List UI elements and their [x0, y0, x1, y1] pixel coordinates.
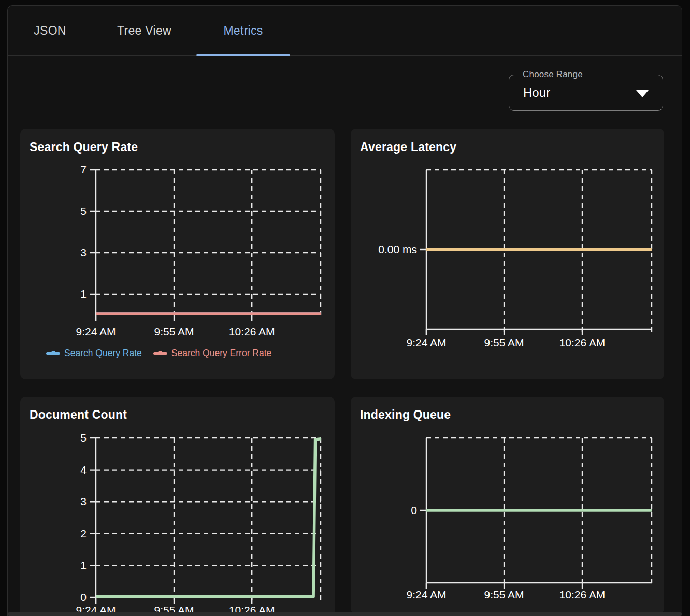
search-query-rate-chart: 9:24 AM9:55 AM10:26 AM7531 [20, 129, 335, 379]
svg-text:3: 3 [80, 246, 87, 258]
indexing-queue-chart: 9:24 AM9:55 AM10:26 AM0 [351, 397, 664, 614]
choose-range-label: Choose Range [519, 69, 587, 80]
legend-line-dot-icon [153, 352, 167, 355]
choose-range-value: Hour [523, 85, 550, 100]
average-latency-card: 9:24 AM9:55 AM10:26 AM0.00 ms Average La… [351, 129, 664, 379]
svg-text:1: 1 [80, 559, 87, 571]
tab-json[interactable]: JSON [8, 6, 92, 55]
svg-text:9:55 AM: 9:55 AM [154, 326, 194, 338]
document-count-card: 9:24 AM9:55 AM10:26 AM543210 Document Co… [20, 397, 335, 616]
svg-text:9:55 AM: 9:55 AM [484, 336, 524, 348]
card-title: Average Latency [360, 140, 456, 154]
horizontal-scrollbar[interactable] [8, 612, 682, 616]
svg-text:7: 7 [80, 164, 87, 175]
card-title: Search Query Rate [30, 140, 138, 154]
document-count-chart: 9:24 AM9:55 AM10:26 AM543210 [20, 397, 335, 616]
choose-range-select[interactable]: Choose Range Hour [509, 75, 663, 111]
card-title: Document Count [30, 408, 127, 422]
svg-text:5: 5 [80, 432, 87, 444]
legend-label: Search Query Rate [64, 348, 142, 359]
svg-text:9:24 AM: 9:24 AM [406, 589, 446, 600]
svg-text:1: 1 [80, 288, 87, 300]
legend-item-search-query-rate: Search Query Rate [46, 348, 142, 359]
svg-text:0: 0 [80, 591, 87, 603]
legend-item-search-query-error-rate: Search Query Error Rate [153, 348, 272, 359]
active-tab-indicator [196, 54, 290, 56]
svg-text:0: 0 [411, 504, 417, 516]
svg-text:9:55 AM: 9:55 AM [484, 589, 524, 600]
svg-text:3: 3 [80, 495, 87, 507]
tab-bar: JSON Tree View Metrics [8, 6, 682, 56]
svg-text:10:26 AM: 10:26 AM [559, 589, 606, 600]
chevron-down-icon [636, 90, 649, 97]
tab-metrics[interactable]: Metrics [196, 6, 290, 55]
svg-text:4: 4 [80, 464, 87, 476]
card-title: Indexing Queue [360, 408, 451, 422]
indexing-queue-card: 9:24 AM9:55 AM10:26 AM0 Indexing Queue [351, 397, 664, 614]
legend-line-dot-icon [46, 352, 60, 355]
chart-legend: Search Query Rate Search Query Error Rat… [46, 347, 271, 359]
metrics-panel: JSON Tree View Metrics Choose Range Hour… [7, 5, 682, 616]
average-latency-chart: 9:24 AM9:55 AM10:26 AM0.00 ms [351, 129, 664, 379]
svg-text:10:26 AM: 10:26 AM [229, 326, 275, 338]
svg-text:5: 5 [80, 205, 87, 217]
svg-text:2: 2 [80, 527, 87, 539]
svg-text:9:24 AM: 9:24 AM [76, 326, 116, 338]
tab-tree-view[interactable]: Tree View [92, 6, 196, 55]
search-query-rate-card: 9:24 AM9:55 AM10:26 AM7531 Search Query … [20, 129, 335, 379]
legend-label: Search Query Error Rate [171, 348, 272, 359]
svg-text:9:24 AM: 9:24 AM [406, 336, 446, 348]
svg-text:10:26 AM: 10:26 AM [559, 336, 606, 348]
svg-text:0.00 ms: 0.00 ms [378, 243, 417, 255]
